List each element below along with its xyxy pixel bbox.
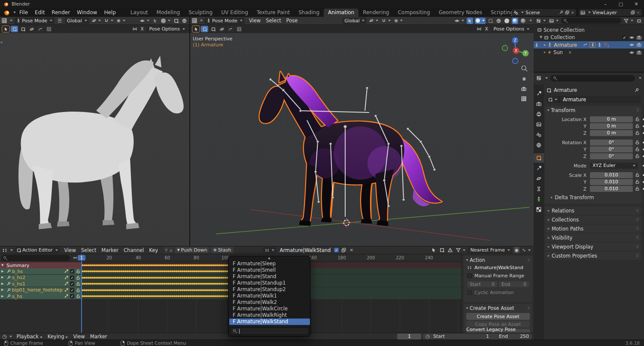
- manual-frame-range-checkbox[interactable]: [467, 273, 472, 278]
- action-item-6[interactable]: F Armature|Walk2: [229, 299, 310, 306]
- hide-eye-icon[interactable]: [629, 35, 634, 40]
- channel-row-s_hs1[interactable]: ▶s_hs1✓: [0, 281, 82, 287]
- shading-wireframe-icon[interactable]: [495, 18, 502, 24]
- lock-open-icon[interactable]: [635, 140, 640, 146]
- menu-window[interactable]: Window: [73, 9, 100, 15]
- select-mode-box-icon[interactable]: [19, 26, 27, 32]
- armature-data-icon[interactable]: [597, 42, 602, 47]
- lock-open-icon[interactable]: [635, 131, 640, 137]
- editor-type-icon[interactable]: [192, 18, 197, 23]
- id-type-dropdown[interactable]: [547, 96, 559, 103]
- section-motion-paths[interactable]: ▸Motion Paths⠿: [545, 225, 641, 233]
- pin-icon[interactable]: [559, 10, 563, 15]
- viewport-3d-left[interactable]: ⋈ X Pose Options ▸: [0, 25, 189, 246]
- outliner-filter-dropdown[interactable]: [623, 18, 634, 24]
- tab-shading[interactable]: Shading: [294, 9, 324, 17]
- viewport-menu-view[interactable]: View: [246, 18, 263, 24]
- push-down-button[interactable]: ▼Push Down: [175, 247, 209, 253]
- toolbar-expand-icon[interactable]: ▸: [1, 40, 3, 44]
- only-errors-icon[interactable]: [447, 247, 453, 253]
- pin-icon[interactable]: [6, 282, 11, 286]
- copy-icon[interactable]: [631, 10, 635, 15]
- select-mode-tweak-icon[interactable]: [201, 26, 208, 32]
- tab-rendering[interactable]: Rendering: [358, 9, 393, 17]
- close-button[interactable]: ✕: [629, 0, 644, 8]
- select-mode-box-icon[interactable]: [210, 26, 217, 32]
- properties-tab-output[interactable]: [534, 109, 544, 119]
- action-end-field[interactable]: End0: [499, 281, 529, 287]
- transform-value-field[interactable]: 0°: [590, 140, 633, 146]
- orientation-dropdown[interactable]: Global: [342, 18, 367, 24]
- pose-mode-icon[interactable]: [589, 42, 595, 48]
- section-visibility[interactable]: ▸Visibility⠿: [545, 234, 641, 242]
- menu-render[interactable]: Render: [48, 9, 73, 15]
- channel-enable-checkbox[interactable]: ✓: [70, 288, 74, 292]
- wrench-icon[interactable]: [64, 288, 68, 292]
- action-item-3[interactable]: F Armature|Standup1: [229, 280, 310, 286]
- pin-icon[interactable]: [634, 88, 639, 93]
- scene-selector[interactable]: Scene ✕: [512, 9, 576, 16]
- maximize-button[interactable]: ▢: [613, 0, 629, 8]
- popup-search-input[interactable]: [231, 328, 309, 335]
- lock-icon[interactable]: [76, 294, 80, 298]
- lock-open-icon[interactable]: [635, 154, 640, 160]
- properties-tab-object-data[interactable]: [534, 194, 544, 204]
- pose-options-dropdown[interactable]: Pose Options: [492, 26, 532, 32]
- pivot-point-dropdown[interactable]: [91, 18, 102, 24]
- tab-geometry-nodes[interactable]: Geometry Nodes: [434, 9, 486, 17]
- action-name-field[interactable]: Armature|WalkStand: [278, 247, 333, 253]
- properties-tab-tool[interactable]: [534, 89, 544, 98]
- transform-value-field[interactable]: 0 m: [590, 123, 633, 129]
- properties-options-caret[interactable]: [639, 77, 641, 79]
- outliner-row-collection[interactable]: ▼ Collection ✓: [534, 34, 644, 41]
- channel-enable-checkbox[interactable]: ✓: [70, 269, 74, 273]
- properties-search-input[interactable]: [550, 75, 635, 82]
- overlays-dropdown[interactable]: [475, 18, 486, 24]
- falloff-curve-dropdown[interactable]: ∿: [521, 247, 532, 253]
- pose-mirror-icon[interactable]: ⋈: [133, 27, 137, 31]
- wrench-icon[interactable]: [64, 294, 68, 298]
- snap-dropdown[interactable]: [381, 18, 392, 24]
- outliner-search-input[interactable]: [561, 18, 621, 24]
- dopesheet-menu-select[interactable]: Select: [79, 247, 99, 253]
- properties-tab-render[interactable]: [534, 99, 544, 109]
- current-frame-badge[interactable]: 1: [78, 255, 85, 261]
- animation-icon[interactable]: [583, 42, 588, 47]
- outliner-filter-id-dropdown[interactable]: [548, 18, 559, 24]
- playhead[interactable]: [81, 254, 82, 333]
- timeline-menu-view[interactable]: View: [70, 334, 87, 340]
- pin-icon[interactable]: [6, 276, 11, 280]
- use-preview-range-icon[interactable]: ◷: [425, 334, 430, 339]
- dopesheet-menu-marker[interactable]: Marker: [99, 247, 121, 253]
- lock-open-icon[interactable]: [635, 147, 640, 153]
- select-mode-extend-icon[interactable]: [235, 26, 243, 32]
- transform-value-field[interactable]: 0 m: [590, 130, 633, 136]
- viewport-3d-right[interactable]: Z X Y ⋈ X Pose Options User Perspective …: [190, 25, 534, 246]
- fake-user-checkbox[interactable]: ✓: [334, 248, 339, 252]
- disable-render-camera-icon[interactable]: [637, 35, 641, 40]
- section-collections[interactable]: ▸Collections⠿: [545, 215, 641, 224]
- editor-type-icon[interactable]: [536, 76, 541, 81]
- gizmos-icon[interactable]: [467, 18, 473, 24]
- current-frame-field[interactable]: 1: [397, 334, 421, 340]
- tab-modeling[interactable]: Modeling: [152, 9, 185, 17]
- expand-icon[interactable]: ▸: [544, 51, 546, 54]
- menu-edit[interactable]: Edit: [31, 9, 48, 15]
- lock-icon[interactable]: [76, 269, 80, 273]
- transform-value-field[interactable]: 0 m: [590, 116, 633, 122]
- properties-tab-scene[interactable]: [534, 130, 544, 140]
- action-item-1[interactable]: F Armature|Smell: [229, 267, 310, 273]
- mirror-x-button[interactable]: X: [483, 26, 490, 32]
- collection-checkbox[interactable]: ✓: [622, 35, 627, 40]
- properties-tab-texture[interactable]: [534, 205, 544, 214]
- delta-transform-section[interactable]: ▸ Delta Transform: [551, 194, 594, 200]
- proportional-edit-icon[interactable]: ◉: [116, 18, 126, 24]
- pin-icon[interactable]: [6, 269, 11, 273]
- viewport-menu-select[interactable]: Select: [263, 18, 283, 24]
- transform-value-field[interactable]: 0.010: [590, 179, 633, 185]
- collapsed-menus-icon[interactable]: ☰: [56, 18, 63, 23]
- section-viewport-display[interactable]: ▸Viewport Display⠿: [545, 243, 641, 251]
- timeline-menu-playback[interactable]: Playback: [14, 334, 45, 340]
- selection-only-icon[interactable]: [431, 247, 437, 253]
- shading-solid-icon[interactable]: [504, 18, 510, 24]
